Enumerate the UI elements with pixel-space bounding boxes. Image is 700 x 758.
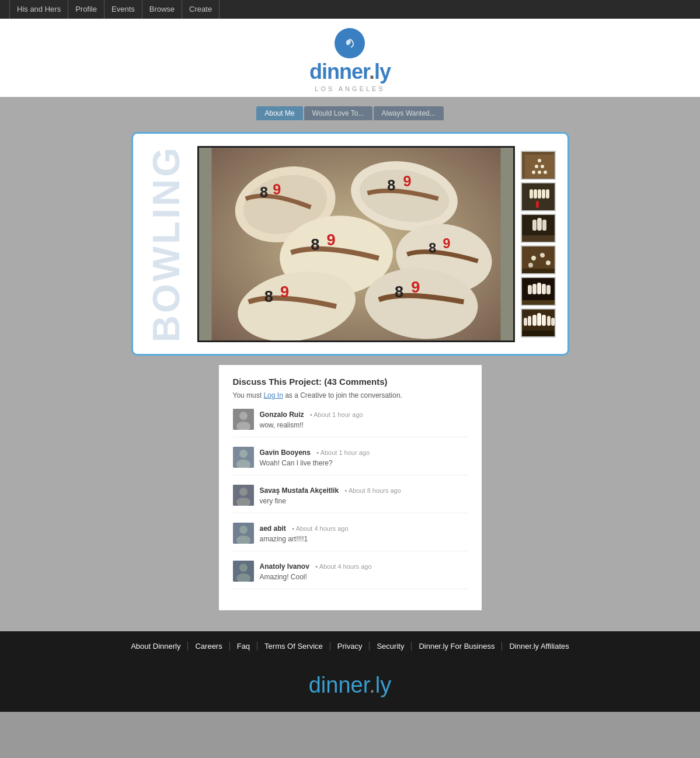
tab-always-wanted[interactable]: Always Wanted... <box>374 106 444 120</box>
lightbox-wrapper: Bowling <box>12 132 688 356</box>
comment-time: • About 1 hour ago <box>310 411 363 418</box>
thumbnail-4[interactable] <box>521 245 556 274</box>
footer-tos[interactable]: Terms Of Service <box>257 642 330 651</box>
svg-rect-60 <box>528 316 531 326</box>
footer-navigation: About Dinnerly Careers Faq Terms Of Serv… <box>0 631 700 661</box>
comment-body: aed abit • About 4 hours ago amazing art… <box>260 523 468 544</box>
comment-body: Savaş Mustafa Akçeitlik • About 8 hours … <box>260 485 468 506</box>
comment-author: aed abit <box>260 524 286 533</box>
svg-text:9: 9 <box>326 231 335 249</box>
comment-item: Gavin Booyens • About 1 hour ago Woah! C… <box>233 447 468 475</box>
main-content: Bowling <box>0 120 700 631</box>
lightbox-modal: Bowling <box>131 132 569 356</box>
svg-rect-23 <box>525 155 554 178</box>
site-header: dinner.ly LOS ANGELES <box>0 19 700 97</box>
tab-about-me[interactable]: About Me <box>256 106 302 120</box>
svg-rect-36 <box>536 201 539 208</box>
footer-logo: dinner.ly <box>0 661 700 712</box>
svg-rect-43 <box>522 269 556 274</box>
svg-rect-61 <box>547 316 551 326</box>
profile-tabs: About Me Would Love To... Always Wanted.… <box>256 106 444 120</box>
comment-time: • About 4 hours ago <box>292 525 348 532</box>
nav-create[interactable]: Create <box>182 0 220 19</box>
svg-text:9: 9 <box>411 278 420 296</box>
login-link[interactable]: Log In <box>263 391 283 399</box>
svg-text:9: 9 <box>403 173 411 189</box>
svg-rect-39 <box>537 218 542 231</box>
svg-point-77 <box>239 564 248 572</box>
comment-author: Gonzalo Ruiz <box>260 411 304 419</box>
content-wrapper: Bowling <box>12 132 688 620</box>
nav-profile[interactable]: Profile <box>68 0 105 19</box>
thumbnail-6[interactable] <box>521 308 556 338</box>
footer-about[interactable]: About Dinnerly <box>124 642 188 651</box>
bowling-shoes-image: 8 9 8 9 8 9 <box>199 148 513 340</box>
comment-text: wow, realism!! <box>260 421 468 429</box>
comment-author: Savaş Mustafa Akçeitlik <box>260 486 339 495</box>
nav-browse[interactable]: Browse <box>142 0 182 19</box>
svg-rect-57 <box>537 313 541 326</box>
profile-tabs-area: About Me Would Love To... Always Wanted.… <box>0 97 700 120</box>
comment-author: Gavin Booyens <box>260 448 311 457</box>
svg-rect-63 <box>551 318 555 326</box>
comments-title: Discuss This Project: (43 Comments) <box>233 377 468 387</box>
comment-time: • About 4 hours ago <box>315 563 371 570</box>
svg-rect-59 <box>542 315 546 326</box>
comment-author: Anatoly Ivanov <box>260 562 309 571</box>
comment-body: Anatoly Ivanov • About 4 hours ago Amazi… <box>260 561 468 582</box>
svg-rect-52 <box>542 284 546 294</box>
avatar <box>233 485 254 506</box>
svg-text:9: 9 <box>443 235 450 251</box>
avatar <box>233 447 254 468</box>
svg-rect-35 <box>546 189 549 199</box>
comment-section: Discuss This Project: (43 Comments) You … <box>219 365 482 610</box>
footer-business[interactable]: Dinner.ly For Business <box>412 642 502 651</box>
svg-rect-40 <box>532 220 537 231</box>
svg-text:9: 9 <box>280 283 288 301</box>
svg-rect-50 <box>537 283 541 294</box>
comment-text: Amazing! Cool! <box>260 573 468 581</box>
top-navigation: His and Hers Profile Events Browse Creat… <box>0 0 700 19</box>
avatar <box>233 561 254 582</box>
thumbnail-2[interactable] <box>521 182 556 211</box>
tab-would-love-to[interactable]: Would Love To... <box>304 106 372 120</box>
thumbnail-1[interactable] <box>521 151 556 180</box>
bowling-title: Bowling <box>145 145 188 342</box>
logo-icon <box>335 28 365 58</box>
main-image: 8 9 8 9 8 9 <box>199 148 513 340</box>
svg-point-26 <box>541 165 544 168</box>
svg-point-28 <box>538 171 541 174</box>
footer-security[interactable]: Security <box>370 642 412 651</box>
comment-text: Woah! Can I live there? <box>260 459 468 467</box>
svg-point-68 <box>239 450 248 458</box>
footer-logo-text: dinner.ly <box>0 673 700 698</box>
logo-text: dinner.ly <box>309 60 391 84</box>
svg-point-71 <box>239 488 248 496</box>
nav-events[interactable]: Events <box>105 0 142 19</box>
svg-text:8: 8 <box>264 287 273 305</box>
svg-text:8: 8 <box>429 240 436 255</box>
thumbnail-3[interactable] <box>521 214 556 243</box>
nav-brand[interactable]: His and Hers <box>9 0 68 19</box>
svg-rect-38 <box>522 235 556 243</box>
thumbnail-5[interactable] <box>521 277 556 306</box>
login-prompt: You must Log In as a Creative to join th… <box>233 391 468 399</box>
comment-body: Gavin Booyens • About 1 hour ago Woah! C… <box>260 447 468 468</box>
footer-privacy[interactable]: Privacy <box>330 642 370 651</box>
footer-careers[interactable]: Careers <box>188 642 229 651</box>
svg-rect-49 <box>522 300 556 306</box>
svg-rect-33 <box>542 189 545 199</box>
svg-point-74 <box>239 526 248 534</box>
comment-item: Savaş Mustafa Akçeitlik • About 8 hours … <box>233 485 468 513</box>
comment-item: Gonzalo Ruiz • About 1 hour ago wow, rea… <box>233 409 468 437</box>
thumbnail-strip <box>521 151 556 338</box>
logo-container: dinner.ly LOS ANGELES <box>309 28 391 92</box>
comment-body: Gonzalo Ruiz • About 1 hour ago wow, rea… <box>260 409 468 430</box>
footer-faq[interactable]: Faq <box>230 642 257 651</box>
svg-point-29 <box>544 171 547 174</box>
svg-rect-54 <box>546 285 551 294</box>
footer-affiliates[interactable]: Dinner.ly Affiliates <box>502 642 576 651</box>
svg-text:8: 8 <box>311 235 319 253</box>
svg-text:8: 8 <box>387 176 395 193</box>
svg-point-24 <box>538 159 541 162</box>
